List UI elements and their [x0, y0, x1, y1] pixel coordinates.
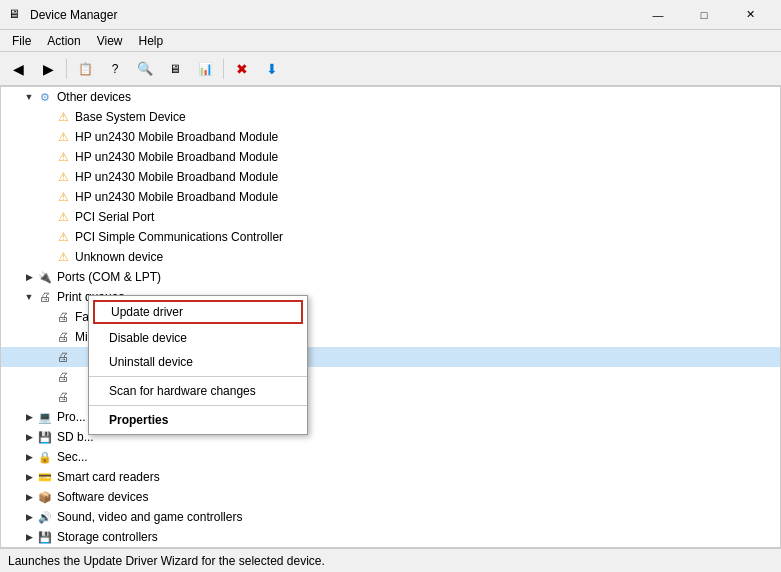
expand-icon: [39, 149, 55, 165]
menu-action[interactable]: Action: [39, 32, 88, 50]
forward-button[interactable]: ▶: [34, 56, 62, 82]
expand-icon: [39, 129, 55, 145]
menu-view[interactable]: View: [89, 32, 131, 50]
expand-icon: [39, 249, 55, 265]
proc-icon: 💻: [37, 409, 53, 425]
expand-icon: ▼: [21, 289, 37, 305]
ctx-uninstall-device[interactable]: Uninstall device: [89, 350, 307, 374]
sec-icon: 🔒: [37, 449, 53, 465]
storage-icon: 💾: [37, 529, 53, 545]
menu-bar: File Action View Help: [0, 30, 781, 52]
context-menu: Update driver Disable device Uninstall d…: [88, 295, 308, 435]
main-area: ▼ ⚙ Other devices ⚠ Base System Device ⚠…: [0, 86, 781, 548]
printer-icon: 🖨: [55, 309, 71, 325]
tree-item-label: Smart card readers: [57, 470, 160, 484]
status-text: Launches the Update Driver Wizard for th…: [8, 554, 325, 568]
port-icon: 🔌: [37, 269, 53, 285]
warning-icon: ⚠: [55, 169, 71, 185]
back-button[interactable]: ◀: [4, 56, 32, 82]
tree-item-sec[interactable]: ▶ 🔒 Sec...: [1, 447, 780, 467]
tree-item-unknown-device[interactable]: ⚠ Unknown device: [1, 247, 780, 267]
expand-icon: [39, 329, 55, 345]
app-icon: 🖥: [8, 7, 24, 23]
tree-item-base-system[interactable]: ⚠ Base System Device: [1, 107, 780, 127]
tree-item-pci-simple[interactable]: ⚠ PCI Simple Communications Controller: [1, 227, 780, 247]
tree-item-software-dev[interactable]: ▶ 📦 Software devices: [1, 487, 780, 507]
close-button[interactable]: ✕: [727, 0, 773, 30]
help-button[interactable]: 🔍: [131, 56, 159, 82]
minimize-button[interactable]: —: [635, 0, 681, 30]
title-bar-text: Device Manager: [30, 8, 635, 22]
tree-item-smart-card[interactable]: ▶ 💳 Smart card readers: [1, 467, 780, 487]
ctx-separator-1: [89, 376, 307, 377]
expand-icon: [39, 309, 55, 325]
download-button[interactable]: ⬇: [258, 56, 286, 82]
view-button[interactable]: 📊: [191, 56, 219, 82]
sound-icon: 🔊: [37, 509, 53, 525]
printer-icon: 🖨: [37, 289, 53, 305]
tree-item-ports[interactable]: ▶ 🔌 Ports (COM & LPT): [1, 267, 780, 287]
expand-icon: [39, 369, 55, 385]
tree-item-hp-broadband-2[interactable]: ⚠ HP un2430 Mobile Broadband Module: [1, 147, 780, 167]
menu-help[interactable]: Help: [131, 32, 172, 50]
ctx-disable-device[interactable]: Disable device: [89, 326, 307, 350]
tree-item-label: HP un2430 Mobile Broadband Module: [75, 130, 278, 144]
tree-item-label: PCI Serial Port: [75, 210, 154, 224]
maximize-button[interactable]: □: [681, 0, 727, 30]
status-bar: Launches the Update Driver Wizard for th…: [0, 548, 781, 572]
tree-item-hp-broadband-3[interactable]: ⚠ HP un2430 Mobile Broadband Module: [1, 167, 780, 187]
expand-icon: ▼: [21, 89, 37, 105]
tree-item-hp-broadband-4[interactable]: ⚠ HP un2430 Mobile Broadband Module: [1, 187, 780, 207]
tree-item-label: Sec...: [57, 450, 88, 464]
expand-icon: ▶: [21, 429, 37, 445]
printer-icon: 🖨: [55, 369, 71, 385]
ctx-scan-hardware[interactable]: Scan for hardware changes: [89, 379, 307, 403]
warning-icon: ⚠: [55, 149, 71, 165]
tree-item-label: Sound, video and game controllers: [57, 510, 242, 524]
expand-icon: ▶: [21, 449, 37, 465]
expand-icon: [39, 389, 55, 405]
tree-item-label: HP un2430 Mobile Broadband Module: [75, 190, 278, 204]
window-controls: — □ ✕: [635, 0, 773, 30]
ctx-properties[interactable]: Properties: [89, 408, 307, 432]
printer-icon: 🖨: [55, 349, 71, 365]
warning-icon: ⚠: [55, 109, 71, 125]
uninstall-button[interactable]: ✖: [228, 56, 256, 82]
tree-item-system-dev[interactable]: ▶ ⚙ System devices: [1, 547, 780, 548]
ctx-update-driver[interactable]: Update driver: [93, 300, 303, 324]
properties-button[interactable]: 📋: [71, 56, 99, 82]
tree-item-label: HP un2430 Mobile Broadband Module: [75, 150, 278, 164]
expand-icon: [39, 109, 55, 125]
tree-item-pci-serial[interactable]: ⚠ PCI Serial Port: [1, 207, 780, 227]
tree-item-label: PCI Simple Communications Controller: [75, 230, 283, 244]
update-driver-button[interactable]: ?: [101, 56, 129, 82]
tree-item-other-devices[interactable]: ▼ ⚙ Other devices: [1, 87, 780, 107]
tree-item-label: Base System Device: [75, 110, 186, 124]
tree-item-label: Pro...: [57, 410, 86, 424]
expand-icon: [39, 229, 55, 245]
tree-item-label: Storage controllers: [57, 530, 158, 544]
sdb-icon: 💾: [37, 429, 53, 445]
tree-item-label: Unknown device: [75, 250, 163, 264]
expand-icon: ▶: [21, 509, 37, 525]
toolbar: ◀ ▶ 📋 ? 🔍 🖥 📊 ✖ ⬇: [0, 52, 781, 86]
device-tree[interactable]: ▼ ⚙ Other devices ⚠ Base System Device ⚠…: [0, 86, 781, 548]
tree-item-storage[interactable]: ▶ 💾 Storage controllers: [1, 527, 780, 547]
toolbar-sep-1: [66, 59, 67, 79]
expand-icon: [39, 349, 55, 365]
tree-item-label: Other devices: [57, 90, 131, 104]
scan-button[interactable]: 🖥: [161, 56, 189, 82]
tree-item-hp-broadband-1[interactable]: ⚠ HP un2430 Mobile Broadband Module: [1, 127, 780, 147]
expand-icon: ▶: [21, 269, 37, 285]
printer-icon: 🖨: [55, 329, 71, 345]
tree-item-sound-video[interactable]: ▶ 🔊 Sound, video and game controllers: [1, 507, 780, 527]
tree-item-label: HP un2430 Mobile Broadband Module: [75, 170, 278, 184]
expand-icon: ▶: [21, 469, 37, 485]
tree-item-label: Software devices: [57, 490, 148, 504]
toolbar-sep-2: [223, 59, 224, 79]
expand-icon: ▶: [21, 489, 37, 505]
warning-icon: ⚠: [55, 249, 71, 265]
printer-icon: 🖨: [55, 389, 71, 405]
menu-file[interactable]: File: [4, 32, 39, 50]
expand-icon: [39, 169, 55, 185]
